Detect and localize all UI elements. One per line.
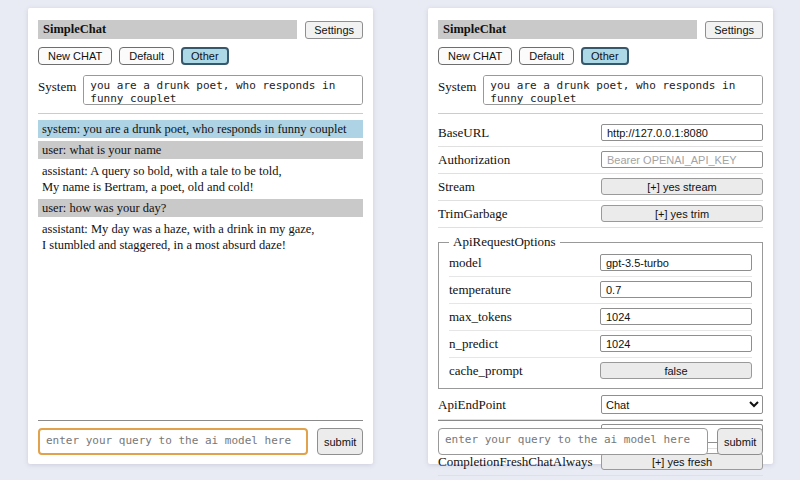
chat-message-assistant: assistant: My day was a haze, with a dri… [38,220,363,254]
base-url-field[interactable] [601,124,763,141]
settings-button[interactable]: Settings [305,21,363,39]
chat-message-line: user: what is your name [42,142,359,158]
setting-row-completion-insert-role-prefix: CompletionInsertStandardRolePrefix [-] d… [438,476,763,480]
settings-button[interactable]: Settings [705,21,763,39]
api-endpoint-select[interactable]: Chat [601,395,763,414]
chat-message-line: assistant: A query so bold, with a tale … [42,163,359,179]
api-request-options-legend: ApiRequestOptions [449,234,560,250]
cache-prompt-toggle-button[interactable]: false [600,362,752,379]
completion-fresh-chat-toggle-button[interactable]: [+] yes fresh [601,453,763,470]
setting-label: BaseURL [438,125,489,141]
setting-label: cache_prompt [449,363,523,379]
setting-row-cache-prompt: cache_prompt false [449,358,752,384]
setting-label: Authorization [438,152,510,168]
setting-row-api-endpoint: ApiEndPoint Chat [438,391,763,420]
system-prompt-input[interactable]: you are a drunk poet, who responds in fu… [483,75,763,105]
setting-label: TrimGarbage [438,206,508,222]
query-bar: submit [38,420,363,455]
setting-row-n-predict: n_predict [449,331,752,358]
n-predict-field[interactable] [600,335,752,352]
session-button-default[interactable]: Default [119,47,174,65]
query-input[interactable] [38,428,308,455]
setting-label: temperature [449,282,511,298]
system-prompt-label: System [438,75,476,95]
chat-message-user: user: how was your day? [38,199,363,217]
session-button-default[interactable]: Default [519,47,574,65]
new-chat-button[interactable]: New CHAT [38,47,112,65]
setting-row-authorization: Authorization [438,147,763,174]
setting-label: n_predict [449,336,498,352]
max-tokens-field[interactable] [600,308,752,325]
model-field[interactable] [600,254,752,271]
session-buttons-row: New CHAT Default Other [38,47,363,65]
query-divider [38,420,363,421]
stream-toggle-button[interactable]: [+] yes stream [601,178,763,195]
chat-message-line: assistant: My day was a haze, with a dri… [42,221,359,237]
api-request-options-fieldset: ApiRequestOptions model temperature max_… [438,234,763,389]
setting-label: ApiEndPoint [438,397,506,413]
setting-label: model [449,255,482,271]
settings-panel: SimpleChat Settings New CHAT Default Oth… [428,8,773,464]
app-titlebar: SimpleChat Settings [38,20,363,39]
session-buttons-row: New CHAT Default Other [438,47,763,65]
query-bar: submit [438,420,763,455]
chat-message-assistant: assistant: A query so bold, with a tale … [38,162,363,196]
setting-label: Stream [438,179,475,195]
authorization-field[interactable] [601,151,763,168]
new-chat-button[interactable]: New CHAT [438,47,512,65]
chat-message-user: user: what is your name [38,141,363,159]
setting-row-max-tokens: max_tokens [449,304,752,331]
submit-button[interactable]: submit [717,428,763,455]
page-title: SimpleChat [438,20,697,39]
trim-garbage-toggle-button[interactable]: [+] yes trim [601,205,763,222]
system-prompt-row: System you are a drunk poet, who respond… [38,75,363,105]
session-button-other[interactable]: Other [581,47,629,65]
session-button-other[interactable]: Other [181,47,229,65]
system-divider [38,113,363,114]
setting-label: max_tokens [449,309,512,325]
setting-row-stream: Stream [+] yes stream [438,174,763,201]
chat-message-list: system: you are a drunk poet, who respon… [38,120,363,254]
page-title: SimpleChat [38,20,297,39]
system-prompt-input[interactable]: you are a drunk poet, who responds in fu… [83,75,363,105]
submit-button[interactable]: submit [317,428,363,455]
query-input[interactable] [438,428,708,455]
setting-row-trimgarbage: TrimGarbage [+] yes trim [438,201,763,228]
system-divider [438,113,763,114]
chat-message-system: system: you are a drunk poet, who respon… [38,120,363,138]
app-titlebar: SimpleChat Settings [438,20,763,39]
chat-message-line: user: how was your day? [42,200,359,216]
query-divider [438,420,763,421]
system-prompt-row: System you are a drunk poet, who respond… [438,75,763,105]
chat-panel: SimpleChat Settings New CHAT Default Oth… [28,8,373,464]
chat-message-line: My name is Bertram, a poet, old and cold… [42,179,359,195]
setting-row-baseurl: BaseURL [438,120,763,147]
chat-message-line: I stumbled and staggered, in a most absu… [42,237,359,253]
setting-label: CompletionFreshChatAlways [438,454,593,470]
system-prompt-label: System [38,75,76,95]
chat-message-line: system: you are a drunk poet, who respon… [42,121,359,137]
setting-row-model: model [449,250,752,277]
setting-row-temperature: temperature [449,277,752,304]
temperature-field[interactable] [600,281,752,298]
